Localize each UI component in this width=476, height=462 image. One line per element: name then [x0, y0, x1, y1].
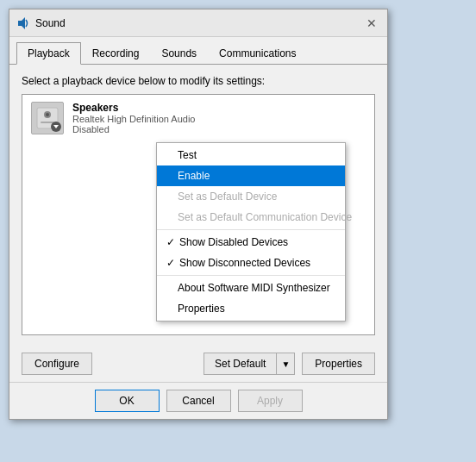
- menu-item-set-default: Set as Default Device: [157, 186, 345, 207]
- svg-point-3: [46, 113, 49, 116]
- menu-item-enable[interactable]: Enable: [157, 165, 345, 186]
- tab-playback[interactable]: Playback: [16, 42, 81, 65]
- set-default-arrow-button[interactable]: ▼: [276, 353, 295, 375]
- properties-button[interactable]: Properties: [302, 353, 375, 375]
- device-list[interactable]: Speakers Realtek High Definition Audio D…: [22, 94, 375, 335]
- menu-item-show-disconnected[interactable]: ✓Show Disconnected Devices: [157, 253, 345, 273]
- device-name: Speakers: [72, 102, 366, 114]
- cancel-button[interactable]: Cancel: [166, 390, 231, 412]
- check-icon-disabled: ✓: [164, 236, 178, 248]
- disabled-badge: [51, 122, 61, 132]
- menu-item-test[interactable]: Test: [157, 145, 345, 165]
- sound-dialog: Sound ✕ Playback Recording Sounds Commun…: [9, 9, 388, 420]
- tab-recording[interactable]: Recording: [81, 42, 151, 65]
- tab-communications[interactable]: Communications: [208, 42, 307, 65]
- device-item-speakers[interactable]: Speakers Realtek High Definition Audio D…: [22, 95, 374, 141]
- tab-content: Select a playback device below to modify…: [9, 65, 387, 346]
- menu-item-properties-ctx[interactable]: Properties: [157, 298, 345, 319]
- sound-title-icon: [16, 16, 30, 30]
- device-action-buttons: Configure Set Default ▼ Properties: [9, 346, 387, 382]
- menu-separator-2: [157, 275, 345, 276]
- device-desc: Realtek High Definition Audio: [72, 114, 366, 124]
- tab-sounds[interactable]: Sounds: [150, 42, 208, 65]
- title-bar: Sound ✕: [9, 9, 387, 37]
- menu-separator-1: [157, 229, 345, 230]
- close-button[interactable]: ✕: [363, 15, 380, 32]
- svg-marker-5: [53, 125, 59, 128]
- menu-item-set-default-comm: Set as Default Communication Device: [157, 207, 345, 228]
- instruction-text: Select a playback device below to modify…: [22, 75, 375, 87]
- tab-bar: Playback Recording Sounds Communications: [9, 37, 387, 65]
- svg-marker-0: [18, 17, 25, 29]
- device-info: Speakers Realtek High Definition Audio D…: [72, 102, 366, 134]
- device-status: Disabled: [72, 124, 366, 134]
- set-default-group: Set Default ▼: [204, 353, 295, 375]
- down-arrow-icon: [53, 123, 60, 130]
- configure-button[interactable]: Configure: [22, 353, 92, 375]
- title-bar-left: Sound: [16, 16, 66, 30]
- menu-item-show-disabled[interactable]: ✓Show Disabled Devices: [157, 232, 345, 253]
- apply-button[interactable]: Apply: [238, 390, 303, 412]
- ok-button[interactable]: OK: [95, 390, 160, 412]
- dialog-bottom-buttons: OK Cancel Apply: [9, 382, 387, 419]
- check-icon-disconnected: ✓: [164, 257, 178, 269]
- dialog-title: Sound: [35, 17, 66, 29]
- device-icon-speakers: [31, 102, 64, 134]
- context-menu: Test Enable Set as Default Device Set as…: [156, 142, 346, 322]
- menu-item-about-midi[interactable]: About Software MIDI Synthesizer: [157, 278, 345, 298]
- set-default-button[interactable]: Set Default: [204, 353, 276, 375]
